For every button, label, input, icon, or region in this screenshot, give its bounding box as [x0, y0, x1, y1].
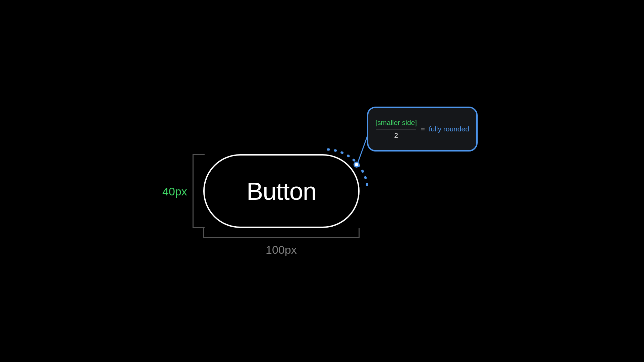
width-dimension-label: 100px — [266, 243, 297, 256]
width-dimension-bracket — [203, 228, 360, 238]
example-button: Button — [203, 154, 360, 228]
formula-callout: [smaller side] 2 = fully rounded — [367, 107, 478, 152]
fraction-divider — [376, 129, 416, 129]
fraction-denominator: 2 — [394, 131, 398, 139]
equals-sign: = — [421, 125, 425, 133]
formula-fraction: [smaller side] 2 — [375, 119, 417, 139]
fraction-numerator: [smaller side] — [375, 119, 417, 127]
button-label: Button — [247, 177, 316, 205]
height-dimension-bracket — [193, 154, 205, 228]
height-dimension-label: 40px — [162, 185, 187, 198]
connector-dot-icon — [354, 162, 360, 168]
formula-result: fully rounded — [429, 125, 469, 133]
diagram-stage: 40px 100px Button [smaller side] 2 = ful… — [78, 44, 566, 318]
